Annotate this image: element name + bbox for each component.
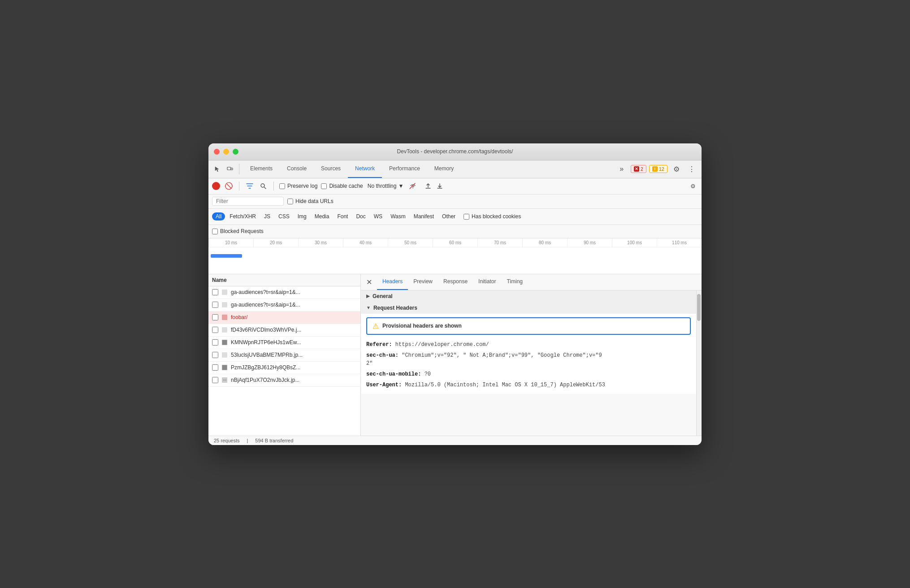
request-checkbox[interactable] bbox=[212, 339, 218, 346]
throttling-select[interactable]: No throttling ▼ bbox=[367, 182, 405, 190]
clear-button[interactable]: 🚫 bbox=[224, 181, 234, 191]
more-options-icon[interactable]: ⋮ bbox=[685, 163, 698, 175]
warning-badge[interactable]: ! 12 bbox=[649, 165, 667, 173]
request-checkbox[interactable] bbox=[212, 377, 218, 383]
header-val-user-agent: Mozilla/5.0 (Macintosh; Intel Mac OS X 1… bbox=[405, 382, 605, 388]
filter-icon-btn[interactable] bbox=[245, 181, 255, 191]
type-btn-img[interactable]: Img bbox=[294, 212, 310, 220]
cursor-icon[interactable] bbox=[212, 164, 223, 174]
request-item[interactable]: fD43v6RiVCDlmo3WhVPe.j... bbox=[208, 324, 360, 337]
tick-110ms: 110 ms bbox=[657, 238, 702, 247]
type-btn-doc[interactable]: Doc bbox=[352, 212, 369, 220]
type-btn-other[interactable]: Other bbox=[438, 212, 459, 220]
search-icon-btn[interactable] bbox=[258, 181, 268, 191]
devtools-window: DevTools - developer.chrome.com/tags/dev… bbox=[208, 143, 702, 445]
tab-network[interactable]: Network bbox=[348, 160, 382, 178]
request-checkbox[interactable] bbox=[212, 302, 218, 308]
request-headers-section-header[interactable]: ▼ Request Headers bbox=[361, 302, 696, 314]
request-item-selected[interactable]: foobar/ bbox=[208, 311, 360, 324]
maximize-button[interactable] bbox=[233, 149, 238, 155]
tab-preview[interactable]: Preview bbox=[408, 274, 438, 290]
header-val-referer: https://developer.chrome.com/ bbox=[395, 342, 489, 348]
tab-headers[interactable]: Headers bbox=[377, 274, 408, 290]
header-row-sec-ch-ua-mobile: sec-ch-ua-mobile: ?0 bbox=[366, 369, 691, 380]
request-checkbox[interactable] bbox=[212, 352, 218, 358]
request-name: ga-audiences?t=sr&aip=1&... bbox=[231, 302, 357, 308]
record-button[interactable] bbox=[212, 182, 220, 190]
tab-initiator[interactable]: Initiator bbox=[473, 274, 501, 290]
request-type-icon bbox=[221, 301, 228, 308]
request-item[interactable]: ga-audiences?t=sr&aip=1&... bbox=[208, 299, 360, 311]
request-item[interactable]: ga-audiences?t=sr&aip=1&... bbox=[208, 286, 360, 299]
tab-sources[interactable]: Sources bbox=[314, 160, 348, 178]
tab-timing[interactable]: Timing bbox=[501, 274, 528, 290]
request-headers-triangle-icon: ▼ bbox=[366, 305, 371, 310]
type-btn-fetch-xhr[interactable]: Fetch/XHR bbox=[226, 212, 260, 220]
blocked-requests-checkbox[interactable] bbox=[212, 229, 218, 234]
tab-performance[interactable]: Performance bbox=[382, 160, 427, 178]
tick-60ms: 60 ms bbox=[433, 238, 477, 247]
svg-line-3 bbox=[264, 187, 266, 189]
details-close-icon[interactable]: ✕ bbox=[364, 277, 373, 286]
svg-rect-10 bbox=[222, 327, 227, 333]
svg-line-4 bbox=[410, 183, 415, 189]
request-type-icon bbox=[221, 364, 228, 371]
tab-response[interactable]: Response bbox=[438, 274, 473, 290]
close-button[interactable] bbox=[214, 149, 220, 155]
type-btn-js[interactable]: JS bbox=[260, 212, 274, 220]
tick-30ms: 30 ms bbox=[298, 238, 343, 247]
error-badge[interactable]: ✕ 2 bbox=[631, 165, 646, 173]
type-btn-font[interactable]: Font bbox=[334, 212, 351, 220]
request-checkbox[interactable] bbox=[212, 364, 218, 371]
request-name: ga-audiences?t=sr&aip=1&... bbox=[231, 289, 357, 295]
timeline-bar bbox=[211, 254, 242, 258]
wifi-icon[interactable] bbox=[408, 181, 418, 191]
request-item[interactable]: 53luclsjUVBaBME7MPRb.jp... bbox=[208, 349, 360, 362]
type-btn-ws[interactable]: WS bbox=[370, 212, 386, 220]
tick-40ms: 40 ms bbox=[343, 238, 388, 247]
settings-icon[interactable]: ⚙ bbox=[670, 163, 683, 175]
blocked-requests-label[interactable]: Blocked Requests bbox=[212, 228, 264, 234]
hide-data-urls-checkbox[interactable] bbox=[287, 199, 293, 204]
type-btn-all[interactable]: All bbox=[212, 212, 225, 220]
type-btn-manifest[interactable]: Manifest bbox=[410, 212, 438, 220]
has-blocked-cookies-label[interactable]: Has blocked cookies bbox=[464, 213, 521, 220]
network-settings-icon[interactable]: ⚙ bbox=[688, 181, 698, 191]
toolbar-divider-1 bbox=[239, 182, 239, 190]
tab-elements[interactable]: Elements bbox=[243, 160, 280, 178]
nav-tabs: Elements Console Sources Network Perform… bbox=[243, 160, 615, 178]
filter-input[interactable] bbox=[212, 197, 284, 206]
tick-10ms: 10 ms bbox=[208, 238, 253, 247]
blocked-requests-bar: Blocked Requests bbox=[208, 225, 702, 238]
toolbar-divider-2 bbox=[273, 182, 274, 190]
request-checkbox[interactable] bbox=[212, 314, 218, 320]
request-item[interactable]: KMNWpnRJTP6eHJs1wEw... bbox=[208, 337, 360, 349]
hide-data-urls-label[interactable]: Hide data URLs bbox=[287, 198, 334, 204]
disable-cache-label[interactable]: Disable cache bbox=[321, 183, 363, 189]
overflow-icon[interactable]: » bbox=[615, 163, 628, 175]
preserve-log-label[interactable]: Preserve log bbox=[279, 183, 317, 189]
requests-panel: Name ga-audiences?t=sr&aip=1&... ga-audi… bbox=[208, 274, 361, 436]
request-checkbox[interactable] bbox=[212, 289, 218, 295]
upload-icon[interactable] bbox=[423, 181, 433, 191]
general-section-header[interactable]: ▶ General bbox=[361, 290, 696, 302]
download-icon[interactable] bbox=[435, 181, 445, 191]
type-btn-css[interactable]: CSS bbox=[275, 212, 293, 220]
request-checkbox[interactable] bbox=[212, 327, 218, 333]
request-item[interactable]: PzmJZBgZBJ612Hy8QBsZ... bbox=[208, 362, 360, 374]
request-headers-content: ⚠ Provisional headers are shown Referer:… bbox=[361, 314, 696, 394]
type-btn-media[interactable]: Media bbox=[311, 212, 333, 220]
tab-console[interactable]: Console bbox=[280, 160, 314, 178]
tab-memory[interactable]: Memory bbox=[427, 160, 461, 178]
device-icon[interactable] bbox=[225, 164, 235, 174]
disable-cache-checkbox[interactable] bbox=[321, 183, 327, 189]
details-scrollbar[interactable] bbox=[696, 290, 702, 436]
request-item[interactable]: nBjAqf1PuX7O2nvJbJck.jp... bbox=[208, 374, 360, 387]
has-blocked-cookies-checkbox[interactable] bbox=[464, 214, 469, 220]
minimize-button[interactable] bbox=[223, 149, 229, 155]
svg-rect-12 bbox=[222, 340, 227, 345]
type-btn-wasm[interactable]: Wasm bbox=[387, 212, 409, 220]
timeline-ruler: 10 ms 20 ms 30 ms 40 ms 50 ms 60 ms 70 m… bbox=[208, 238, 702, 247]
status-bar: 25 requests | 594 B transferred bbox=[208, 436, 702, 445]
preserve-log-checkbox[interactable] bbox=[279, 183, 285, 189]
